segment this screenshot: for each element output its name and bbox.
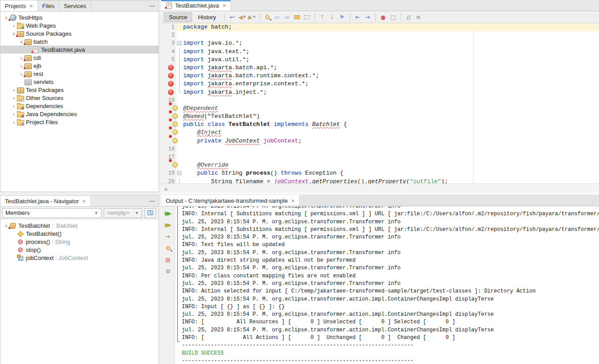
- navigator-item-process-[interactable]: process() : String: [0, 238, 159, 246]
- code-line[interactable]: 16: [161, 145, 599, 153]
- tab-files[interactable]: Files: [38, 0, 59, 11]
- fold-column[interactable]: −: [176, 39, 183, 47]
- next-bookmark-button[interactable]: ↓: [328, 13, 337, 21]
- code-line[interactable]: !import jakarta.inject.*;: [161, 88, 599, 96]
- tab-navigator[interactable]: TestBatchlet.java - Navigator ×: [0, 196, 91, 206]
- stop-button[interactable]: ■: [164, 255, 172, 264]
- hint-error-glyph[interactable]: [161, 137, 176, 145]
- tree-item-cdi[interactable]: ›cdi: [0, 54, 159, 62]
- options-button[interactable]: ⚙: [164, 267, 172, 275]
- code-line[interactable]: 20 String filename = jobContext.getPrope…: [161, 178, 599, 184]
- rerun-button[interactable]: ▶▶: [164, 209, 172, 217]
- navigator-item-testbatchlet[interactable]: ∨TestBatchlet :: Batchlet: [0, 222, 159, 230]
- last-edit-button[interactable]: ↩: [228, 13, 237, 21]
- history-toggle-button[interactable]: History: [193, 13, 221, 22]
- tree-item-servlets[interactable]: servlets: [0, 78, 159, 86]
- tab-projects[interactable]: Projects ×: [0, 0, 38, 11]
- code-line[interactable]: 17: [161, 153, 599, 161]
- find-button[interactable]: [263, 13, 272, 21]
- code-line[interactable]: @Inject: [161, 129, 599, 137]
- expand-icon[interactable]: ›: [11, 103, 17, 109]
- tree-item-other-sources[interactable]: ›Other Sources: [0, 94, 159, 102]
- navigator-item-jobcontext[interactable]: jobContext : JobContext: [0, 254, 159, 262]
- find-output-button[interactable]: [164, 244, 172, 252]
- breadcrumb-bar[interactable]: »: [161, 184, 599, 193]
- close-icon[interactable]: ×: [82, 198, 86, 205]
- record-macro-button[interactable]: ●: [379, 13, 388, 21]
- navigator-item-testbatchlet-[interactable]: TestBatchlet(): [0, 230, 159, 238]
- error-glyph[interactable]: !: [161, 72, 176, 80]
- minimize-icon[interactable]: —: [149, 197, 155, 204]
- error-glyph[interactable]: !: [161, 88, 176, 96]
- code-line[interactable]: @Named("TestBatchlet"): [161, 113, 599, 121]
- code-line[interactable]: 19− public String process() throws Excep…: [161, 169, 599, 177]
- tab-services[interactable]: Services: [59, 0, 91, 11]
- previous-bookmark-button[interactable]: ↑: [318, 13, 327, 21]
- code-line[interactable]: 3−import java.io.*;: [161, 39, 599, 47]
- tree-item-dependencies[interactable]: ›Dependencies: [0, 102, 159, 110]
- breadcrumb-expand-icon[interactable]: »: [164, 185, 168, 192]
- find-next-button[interactable]: ⇨: [283, 13, 292, 21]
- tree-item-rest[interactable]: ›rest: [0, 70, 159, 78]
- filter-combobox[interactable]: <empty> ▼: [104, 208, 142, 218]
- toggle-bookmark-button[interactable]: ⚑: [338, 13, 347, 21]
- code-line[interactable]: public class TestBatchlet implements Bat…: [161, 121, 599, 129]
- expand-icon[interactable]: ›: [11, 119, 17, 126]
- chevron-down-icon[interactable]: ▼: [253, 15, 255, 19]
- tree-item-source-packages[interactable]: ∨Source Packages: [0, 29, 159, 38]
- output-console[interactable]: jul. 25, 2023 8:15:54 P. M. org.eclipse.…: [175, 206, 599, 364]
- uncomment-button[interactable]: ≡: [414, 13, 423, 21]
- hint-error-glyph[interactable]: [161, 161, 176, 169]
- find-previous-button[interactable]: ⇦: [273, 13, 282, 21]
- editor-tab-testbatchlet[interactable]: TestBatchlet.java ×: [161, 0, 231, 11]
- error-glyph[interactable]: !: [161, 80, 176, 88]
- inherited-members-button[interactable]: [144, 208, 156, 218]
- rerun-params-button[interactable]: ▶▶: [164, 221, 172, 229]
- chevron-down-icon[interactable]: ▼: [243, 15, 245, 19]
- tree-item-test-packages[interactable]: ›Test Packages: [0, 86, 159, 94]
- tree-item-ejb[interactable]: ›ejb: [0, 62, 159, 70]
- forward-button[interactable]: ▶▼: [247, 13, 256, 21]
- code-line[interactable]: 5import java.util.*;: [161, 56, 599, 64]
- close-icon[interactable]: ×: [291, 197, 295, 204]
- stop-macro-button[interactable]: □: [389, 13, 398, 21]
- code-line[interactable]: 10: [161, 96, 599, 105]
- close-icon[interactable]: ×: [222, 2, 226, 9]
- code-line[interactable]: private JobContext jobContext;: [161, 137, 599, 145]
- tree-item-project-files[interactable]: ›Project Files: [0, 118, 159, 126]
- code-line[interactable]: !import jakarta.enterprise.context.*;: [161, 80, 599, 88]
- run-arrow-button[interactable]: ➜: [164, 232, 172, 240]
- shift-left-button[interactable]: ⇤: [353, 13, 362, 21]
- code-line[interactable]: !import jakarta.batch.api.*;: [161, 64, 599, 72]
- code-line[interactable]: 2: [161, 31, 599, 39]
- output-tab[interactable]: Output - C:\temp\jakartaee-transformed-s…: [161, 195, 300, 206]
- expand-icon[interactable]: ›: [11, 22, 17, 29]
- back-button[interactable]: ◀▼: [238, 13, 247, 21]
- rectangular-selection-button[interactable]: [302, 13, 311, 21]
- minimize-icon[interactable]: —: [149, 2, 155, 9]
- tree-item-testhttps[interactable]: ∨TestHttps: [0, 13, 159, 21]
- code-line[interactable]: !import jakarta.batch.runtime.context.*;: [161, 72, 599, 80]
- code-editor[interactable]: 1package batch;23−import java.io.*;4impo…: [161, 23, 599, 184]
- code-line[interactable]: 4import java.text.*;: [161, 48, 599, 56]
- tree-item-testbatchlet-java[interactable]: TestBatchlet.java: [0, 46, 159, 54]
- code-line[interactable]: @Dependent: [161, 105, 599, 113]
- fold-collapse-icon[interactable]: −: [177, 171, 181, 175]
- members-combobox[interactable]: Members ▼: [2, 208, 101, 218]
- close-icon[interactable]: ×: [29, 3, 33, 9]
- error-glyph[interactable]: !: [161, 64, 176, 72]
- code-line[interactable]: 1package batch;: [161, 23, 599, 31]
- tree-item-batch[interactable]: ∨batch: [0, 38, 159, 46]
- tree-item-web-pages[interactable]: ›Web Pages: [0, 21, 159, 29]
- expand-icon[interactable]: ›: [11, 87, 17, 93]
- expand-icon[interactable]: ›: [11, 111, 17, 117]
- source-toggle-button[interactable]: Source: [164, 13, 192, 22]
- shift-right-button[interactable]: ⇥: [363, 13, 372, 21]
- comment-button[interactable]: //: [404, 13, 413, 21]
- navigator-item-stop-[interactable]: stop(): [0, 246, 159, 254]
- toggle-highlight-button[interactable]: [293, 13, 302, 21]
- fold-collapse-icon[interactable]: −: [177, 41, 181, 45]
- tree-item-java-dependencies[interactable]: ›Java Dependencies: [0, 110, 159, 118]
- code-line[interactable]: @Override: [161, 161, 599, 169]
- expand-icon[interactable]: ›: [11, 95, 17, 101]
